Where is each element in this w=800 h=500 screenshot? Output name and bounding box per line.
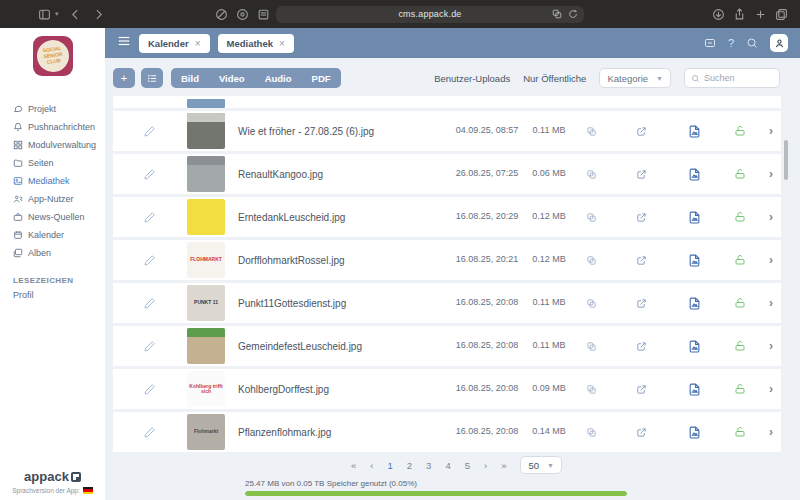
open-external-button[interactable] — [613, 255, 669, 266]
visibility-toggle[interactable] — [719, 297, 761, 309]
thumbnail[interactable]: Kohlberg trifft sich — [187, 371, 225, 407]
open-external-button[interactable] — [613, 126, 669, 137]
visibility-toggle[interactable] — [719, 383, 761, 395]
share-icon[interactable] — [733, 8, 746, 21]
file-type-indicator[interactable] — [669, 254, 719, 267]
reader-icon[interactable] — [257, 8, 270, 21]
next-page-button[interactable]: › — [484, 460, 487, 471]
tab-close-icon[interactable]: × — [195, 38, 201, 49]
menu-icon[interactable] — [117, 34, 131, 52]
open-external-button[interactable] — [613, 212, 669, 223]
sidebar-item-app-nutzer[interactable]: App-Nutzer — [0, 190, 105, 208]
copy-link-button[interactable] — [569, 126, 613, 137]
copy-link-button[interactable] — [569, 298, 613, 309]
row-detail-button[interactable]: › — [761, 253, 781, 267]
edit-pencil-icon[interactable] — [144, 340, 156, 352]
page-size-select[interactable]: 50 ▼ — [520, 456, 562, 474]
edit-pencil-icon[interactable] — [144, 383, 156, 395]
open-external-button[interactable] — [613, 427, 669, 438]
open-external-button[interactable] — [613, 169, 669, 180]
table-row[interactable]: Wie et fröher - 27.08.25 (6).jpg 04.09.2… — [113, 111, 781, 151]
chevron-down-icon[interactable]: ▾ — [55, 10, 59, 18]
file-type-indicator[interactable] — [669, 297, 719, 310]
copy-link-button[interactable] — [569, 341, 613, 352]
visibility-toggle[interactable] — [719, 211, 761, 223]
thumbnail[interactable]: FLOHMARKT — [187, 242, 225, 278]
privacy-icon[interactable] — [236, 8, 249, 21]
file-type-indicator[interactable] — [669, 125, 719, 138]
user-uploads-toggle[interactable]: Benutzer-Uploads — [434, 73, 510, 84]
edit-pencil-icon[interactable] — [144, 211, 156, 223]
thumbnail[interactable]: Flohmarkt — [187, 414, 225, 450]
open-external-button[interactable] — [613, 384, 669, 395]
file-type-indicator[interactable] — [669, 211, 719, 224]
reload-icon[interactable] — [568, 9, 578, 19]
back-icon[interactable] — [69, 8, 82, 21]
copy-link-button[interactable] — [569, 384, 613, 395]
row-detail-button[interactable]: › — [761, 296, 781, 310]
sidebar-item-seiten[interactable]: Seiten — [0, 154, 105, 172]
thumbnail[interactable] — [187, 113, 225, 149]
file-type-indicator[interactable] — [669, 383, 719, 396]
copy-link-button[interactable] — [569, 169, 613, 180]
visibility-toggle[interactable] — [719, 340, 761, 352]
visibility-toggle[interactable] — [719, 426, 761, 438]
sidebar-item-pushnachrichten[interactable]: Pushnachrichten — [0, 118, 105, 136]
filter-bild[interactable]: Bild — [171, 73, 209, 84]
visibility-toggle[interactable] — [719, 254, 761, 266]
edit-pencil-icon[interactable] — [144, 426, 156, 438]
page-number[interactable]: 1 — [388, 460, 393, 471]
page-number[interactable]: 4 — [445, 460, 450, 471]
sidebar-item-news-quellen[interactable]: News-Quellen — [0, 208, 105, 226]
row-detail-button[interactable]: › — [761, 339, 781, 353]
copy-link-button[interactable] — [569, 427, 613, 438]
public-only-toggle[interactable]: Nur Öffentliche — [523, 73, 586, 84]
tab-overview-icon[interactable] — [775, 8, 788, 21]
page-number[interactable]: 3 — [426, 460, 431, 471]
visibility-toggle[interactable] — [719, 125, 761, 137]
translate-icon[interactable] — [552, 9, 562, 19]
tab-kalender[interactable]: Kalender × — [139, 34, 210, 53]
category-select[interactable]: Kategorie ▼ — [599, 68, 671, 88]
page-number[interactable]: 5 — [465, 460, 470, 471]
tab-mediathek[interactable]: Mediathek × — [218, 34, 294, 53]
search-input[interactable] — [704, 73, 773, 83]
thumbnail[interactable]: PUNKT 11 — [187, 285, 225, 321]
shield-slash-icon[interactable] — [215, 8, 228, 21]
forward-icon[interactable] — [92, 8, 105, 21]
table-row[interactable]: PUNKT 11 Punkt11Gottesdienst.jpg 16.08.2… — [113, 283, 781, 323]
edit-pencil-icon[interactable] — [144, 254, 156, 266]
row-detail-button[interactable]: › — [761, 210, 781, 224]
search-icon[interactable] — [746, 37, 758, 49]
sidebar-item-kalender[interactable]: Kalender — [0, 226, 105, 244]
thumbnail[interactable] — [187, 199, 225, 235]
file-type-indicator[interactable] — [669, 426, 719, 439]
page-number[interactable]: 2 — [407, 460, 412, 471]
sidebar-item-mediathek[interactable]: Mediathek — [0, 172, 105, 190]
browser-sidebar-icon[interactable] — [38, 8, 51, 21]
edit-pencil-icon[interactable] — [144, 168, 156, 180]
table-row[interactable]: Kohlberg trifft sich KohlbergDorffest.jp… — [113, 369, 781, 409]
sidebar-item-modulverwaltung[interactable]: Modulverwaltung — [0, 136, 105, 154]
row-detail-button[interactable]: › — [761, 382, 781, 396]
last-page-button[interactable]: » — [501, 460, 506, 471]
open-external-button[interactable] — [613, 298, 669, 309]
thumbnail[interactable] — [187, 328, 225, 364]
sidebar-item-projekt[interactable]: Projekt — [0, 100, 105, 118]
list-view-button[interactable] — [141, 68, 163, 88]
new-tab-icon[interactable] — [754, 8, 767, 21]
add-media-button[interactable]: + — [113, 68, 135, 88]
user-avatar-button[interactable] — [770, 34, 788, 52]
table-row[interactable]: ErntedankLeuscheid.jpg 16.08.25, 20:29 0… — [113, 197, 781, 237]
sidebar-item-alben[interactable]: Alben — [0, 244, 105, 262]
filter-pdf[interactable]: PDF — [302, 73, 341, 84]
table-row[interactable]: FLOHMARKT DorfflohmarktRossel.jpg 16.08.… — [113, 240, 781, 280]
table-row[interactable]: Flohmarkt Pflanzenflohmark.jpg 16.08.25,… — [113, 412, 781, 452]
sidebar-item-profil[interactable]: Profil — [0, 287, 105, 303]
screen-panel-icon[interactable] — [704, 37, 716, 49]
row-detail-button[interactable]: › — [761, 425, 781, 439]
scrollbar-thumb[interactable] — [784, 140, 788, 180]
german-flag-icon[interactable] — [83, 487, 93, 494]
row-detail-button[interactable]: › — [761, 124, 781, 138]
table-row[interactable]: GemeindefestLeuscheid.jpg 16.08.25, 20:0… — [113, 326, 781, 366]
